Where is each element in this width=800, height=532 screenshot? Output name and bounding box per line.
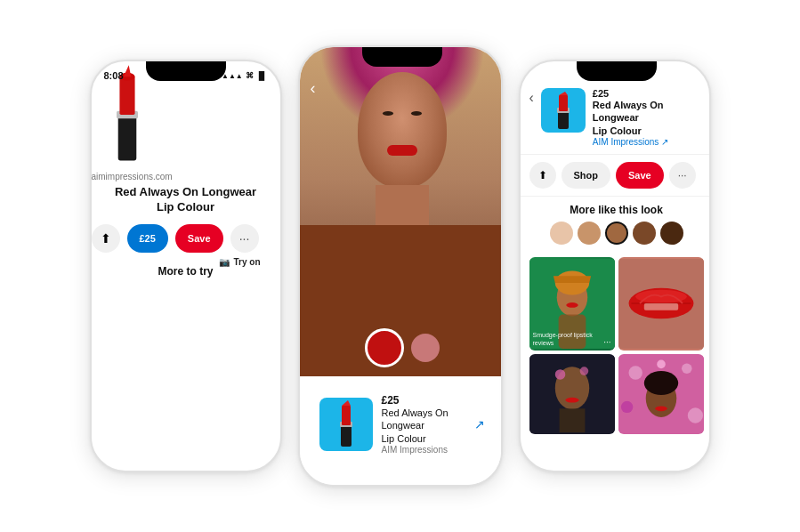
svg-marker-8: [342, 400, 351, 406]
svg-point-34: [687, 407, 702, 423]
look-section: More like this look: [521, 197, 711, 257]
color-swatch-2[interactable]: [411, 334, 440, 362]
tone-1[interactable]: [550, 222, 573, 245]
tone-5[interactable]: [660, 222, 683, 245]
product-domain: aimimpressions.com: [92, 172, 280, 181]
p3-save-button[interactable]: Save: [616, 162, 664, 189]
svg-rect-5: [341, 425, 352, 447]
p3-more-button[interactable]: ···: [669, 162, 696, 189]
ar-product-card-area: £25 Red Always On LongwearLip Colour AIM…: [300, 376, 503, 487]
p3-lipstick-icon: [551, 92, 576, 129]
product-title: Red Always On LongwearLip Colour: [92, 185, 280, 215]
share-button[interactable]: ⬆: [92, 224, 120, 253]
phone1: 8:08 ▲▲▲ ⌘ ▐▌: [90, 60, 282, 472]
svg-point-17: [566, 302, 578, 308]
p3-product-info: £25 Red Always On LongwearLip Colour AIM…: [593, 88, 704, 147]
wifi-icon: ⌘: [246, 71, 254, 80]
svg-point-29: [579, 367, 588, 375]
smudge-label: Smudge-proof lipstickreviews: [533, 332, 593, 347]
p3-brand[interactable]: AIM Impressions ↗: [593, 137, 704, 147]
status-bar: 8:08 ▲▲▲ ⌘ ▐▌: [92, 61, 280, 86]
tone-3[interactable]: [605, 222, 628, 245]
p3-title: Red Always On LongwearLip Colour: [593, 99, 704, 137]
more-options-button[interactable]: ···: [230, 224, 259, 253]
ar-product-card: £25 Red Always On LongwearLip Colour AIM…: [311, 385, 494, 463]
power-button-p3: [709, 150, 711, 195]
card-details: £25 Red Always On LongwearLip Colour AIM…: [382, 394, 465, 455]
phone3: ‹ £25 Red Always On LongwearLip Colour A…: [519, 60, 711, 472]
power-button: [280, 150, 282, 195]
svg-point-31: [628, 366, 642, 379]
color-swatches: [365, 328, 440, 367]
svg-rect-0: [117, 115, 136, 160]
svg-rect-9: [558, 111, 569, 129]
save-button[interactable]: Save: [175, 224, 223, 253]
p3-product-thumbnail: [541, 88, 586, 133]
p3-shop-button[interactable]: Shop: [562, 162, 611, 189]
svg-point-28: [554, 369, 565, 380]
card-brand: AIM Impressions: [382, 445, 465, 455]
grid-image-2-svg: [618, 257, 704, 351]
card-price: £25: [382, 394, 465, 407]
svg-point-33: [620, 401, 632, 413]
status-icons: ▲▲▲ ⌘ ▐▌: [222, 71, 268, 80]
signal-icon: ▲▲▲: [222, 72, 243, 80]
phone1-screen: 8:08 ▲▲▲ ⌘ ▐▌: [92, 61, 280, 281]
right-eye: [411, 111, 422, 116]
image-grid: Smudge-proof lipstickreviews ···: [521, 257, 711, 434]
back-button-p2[interactable]: ‹: [311, 79, 316, 98]
card-name: Red Always On LongwearLip Colour: [382, 407, 465, 445]
camera-icon: 📷: [219, 257, 230, 267]
svg-point-35: [657, 359, 666, 368]
grid-image-4-svg: [618, 354, 704, 434]
grid-cell-3[interactable]: [529, 354, 615, 434]
grid-image-3-svg: [529, 354, 615, 434]
back-button-p3[interactable]: ‹: [529, 90, 534, 106]
card-link-icon[interactable]: ↗: [474, 417, 485, 431]
phone2-screen: ‹: [300, 47, 503, 487]
skin-tone-filters: [529, 222, 704, 245]
tone-2[interactable]: [578, 222, 601, 245]
svg-marker-16: [553, 276, 590, 283]
phone2: ‹: [298, 45, 503, 487]
phones-container: 8:08 ▲▲▲ ⌘ ▐▌: [72, 28, 729, 504]
look-title: More like this look: [529, 204, 704, 216]
selected-color-swatch[interactable]: [365, 328, 404, 367]
svg-point-26: [565, 398, 578, 403]
tone-4[interactable]: [633, 222, 656, 245]
grid-cell-4[interactable]: [618, 354, 704, 434]
left-eye: [383, 111, 393, 116]
card-lipstick-icon: [330, 400, 362, 448]
svg-point-32: [682, 363, 692, 374]
p3-price: £25: [593, 88, 704, 99]
svg-point-38: [643, 371, 677, 395]
card-thumbnail: [319, 398, 373, 451]
svg-rect-23: [643, 303, 677, 310]
try-on-badge[interactable]: 📷 Try on: [210, 254, 269, 270]
svg-rect-7: [342, 406, 351, 425]
time-display: 8:08: [104, 70, 124, 81]
face: [358, 72, 447, 188]
power-button-p2: [501, 136, 503, 181]
p3-actions: ⬆ Shop Save ···: [521, 155, 711, 197]
p3-share-button[interactable]: ⬆: [529, 162, 556, 189]
price-button[interactable]: £25: [127, 224, 168, 253]
lips-ar: [387, 145, 417, 156]
action-row: ⬆ £25 Save ···: [92, 224, 280, 253]
notch-p3: [577, 61, 657, 81]
notch-p2: [362, 47, 442, 67]
phone1-content: 📷 Try on aimimpressions.com Red Always O…: [92, 61, 280, 281]
try-on-label: Try on: [233, 257, 260, 267]
phone3-content: ‹ £25 Red Always On LongwearLip Colour A…: [521, 61, 711, 434]
svg-point-37: [655, 406, 667, 411]
phone3-screen: ‹ £25 Red Always On LongwearLip Colour A…: [521, 61, 711, 472]
svg-rect-11: [559, 95, 568, 111]
grid-cell-1[interactable]: Smudge-proof lipstickreviews ···: [529, 257, 615, 351]
svg-rect-27: [559, 408, 585, 432]
grid-cell-1-dots[interactable]: ···: [603, 337, 610, 347]
svg-marker-12: [559, 92, 568, 95]
grid-cell-2[interactable]: [618, 257, 704, 351]
ar-photo-area: ‹: [300, 47, 503, 376]
battery-icon: ▐▌: [256, 71, 268, 80]
